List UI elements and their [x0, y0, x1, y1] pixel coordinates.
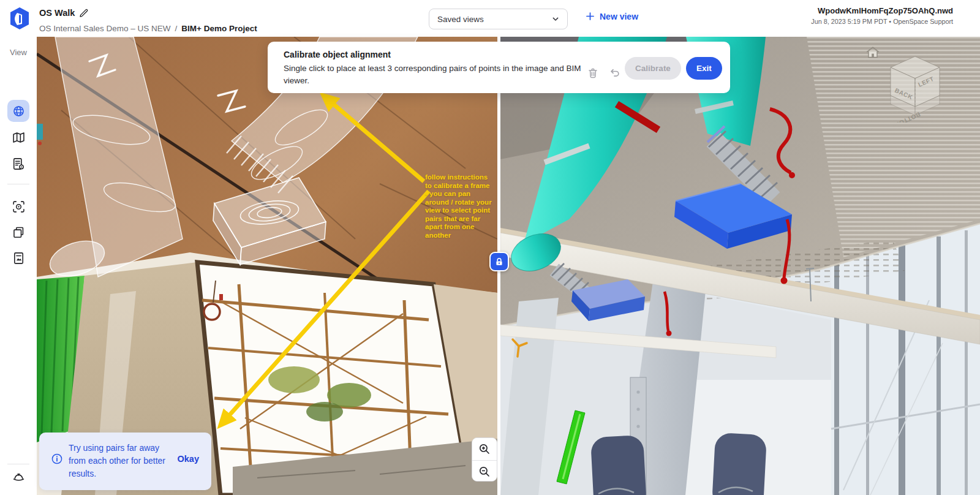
capture-icon: [12, 200, 25, 213]
calibrate-dialog-body: Single click to place at least 3 corresp…: [284, 62, 591, 87]
map-icon: [12, 131, 25, 144]
saved-views-select[interactable]: Saved views: [429, 9, 568, 29]
top-bar: OS Walk OS Internal Sales Demo – US NEW …: [0, 0, 980, 37]
breadcrumb-org[interactable]: OS Internal Sales Demo – US NEW: [39, 24, 171, 33]
sidebar-footer-divider: [7, 464, 29, 464]
sidebar-item-sheets[interactable]: [7, 221, 29, 243]
sidebar-divider: [7, 184, 29, 184]
sidebar-item-360-view[interactable]: [7, 100, 29, 122]
annotation-line: around / rotate your: [425, 198, 501, 207]
sidebar-item-support[interactable]: [7, 466, 29, 488]
bim-file-icon: [12, 252, 25, 265]
sheets-icon: [12, 226, 25, 239]
toast-message: Try using pairs far away from each other…: [69, 442, 174, 480]
annotation-line: apart from one: [425, 223, 501, 232]
plus-icon: [585, 11, 595, 21]
new-view-label: New view: [600, 12, 638, 21]
new-view-button[interactable]: New view: [585, 11, 638, 21]
exit-button[interactable]: Exit: [686, 57, 722, 80]
zoom-in-icon: [478, 443, 491, 455]
edit-pencil-icon[interactable]: [79, 7, 89, 18]
saved-views-label: Saved views: [437, 15, 550, 24]
zoom-in-button[interactable]: [472, 438, 497, 460]
sidebar-item-bim-files[interactable]: [7, 247, 29, 269]
sidebar: View: [0, 37, 37, 495]
annotation-line: to calibrate a frame: [425, 182, 501, 191]
page-title: OS Walk: [39, 7, 89, 18]
sidebar-item-capture[interactable]: [7, 195, 29, 217]
hard-hat-icon: [12, 470, 25, 483]
photo-pane[interactable]: [37, 37, 497, 495]
annotation-line: view to select point: [425, 206, 501, 215]
globe-icon: [12, 105, 25, 118]
calibrate-button[interactable]: Calibrate: [625, 57, 681, 80]
hint-toast: Try using pairs far away from each other…: [39, 433, 211, 490]
calibrate-dialog: Calibrate object alignment Single click …: [268, 42, 730, 93]
annotation-line: pairs that are far: [425, 215, 501, 224]
zoom-controls: [472, 437, 497, 482]
tutorial-annotation: follow instructions to calibrate a frame…: [425, 173, 501, 240]
photo-viewport[interactable]: [37, 37, 497, 495]
trash-icon[interactable]: [587, 67, 599, 79]
breadcrumb: OS Internal Sales Demo – US NEW / BIM+ D…: [39, 24, 257, 33]
sidebar-item-settings[interactable]: [7, 491, 29, 495]
calibrate-dialog-title: Calibrate object alignment: [284, 50, 391, 59]
home-view-button[interactable]: [865, 45, 881, 60]
zoom-out-icon: [478, 466, 491, 478]
app-title-text: OS Walk: [39, 8, 75, 18]
openspace-logo: [9, 7, 31, 30]
navigation-cube[interactable]: BACK LEFT BOTTOM: [886, 54, 944, 123]
sidebar-item-maps[interactable]: [7, 126, 29, 148]
info-icon: [51, 453, 63, 465]
lock-views-button[interactable]: [489, 252, 509, 271]
annotation-line: follow instructions: [425, 173, 501, 182]
annotation-line: another: [425, 232, 501, 240]
zoom-out-button[interactable]: [472, 460, 497, 482]
bim-file-name: WpodwKmlHomFqZop75OAhQ.nwd: [811, 6, 953, 15]
field-notes-icon: [12, 157, 25, 170]
nav-cube-bottom-label[interactable]: BOTTOM: [893, 111, 921, 123]
lock-icon: [494, 257, 504, 266]
sidebar-section-label: View: [0, 48, 37, 57]
breadcrumb-separator: /: [175, 24, 178, 33]
undo-icon[interactable]: [608, 67, 620, 79]
breadcrumb-project: BIM+ Demo Project: [181, 24, 257, 33]
bim-file-info: WpodwKmlHomFqZop75OAhQ.nwd Jun 8, 2023 5…: [811, 6, 953, 25]
chevron-down-icon: [550, 13, 561, 25]
toast-okay-button[interactable]: Okay: [178, 454, 199, 464]
sidebar-item-field-notes[interactable]: [7, 153, 29, 175]
annotation-line: - you can pan: [425, 190, 501, 198]
bim-file-meta: Jun 8, 2023 5:19 PM PDT • OpenSpace Supp…: [811, 18, 953, 25]
